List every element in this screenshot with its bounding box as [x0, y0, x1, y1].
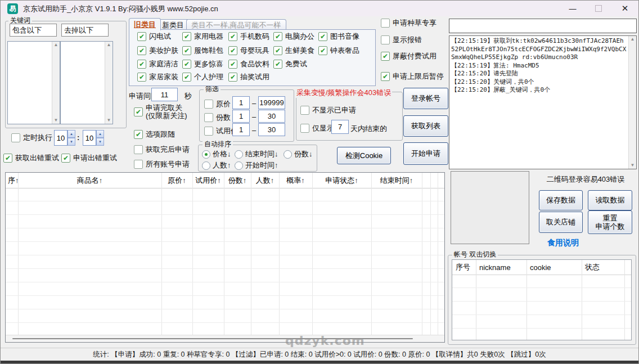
category-checkbox[interactable]: ✔钟表奢品: [318, 46, 359, 56]
column-header[interactable]: 序号: [456, 260, 476, 275]
minimize-button[interactable]: —: [560, 1, 585, 16]
category-checkbox[interactable]: ✔美妆护肤: [137, 46, 178, 56]
filter-trial-max-input[interactable]: [258, 123, 285, 136]
minute-input[interactable]: [83, 130, 96, 146]
filter-copies-min-input[interactable]: [232, 110, 250, 123]
exclude-keywords-list[interactable]: ▲▼: [60, 41, 113, 124]
category-checkbox[interactable]: ✔电脑办公: [273, 32, 314, 42]
column-header[interactable]: 份数↑: [224, 173, 251, 188]
column-header[interactable]: cookie: [530, 260, 582, 275]
apply-after-fetch-checkbox[interactable]: ✔获取完后申请: [134, 145, 190, 155]
category-checkbox[interactable]: ✔母婴玩具: [228, 46, 269, 56]
column-header[interactable]: 概率↑: [279, 173, 312, 188]
filter-trial-min-input[interactable]: [232, 123, 250, 136]
scroll-up-icon[interactable]: ▲: [631, 36, 635, 43]
close-button[interactable]: ✕: [613, 1, 637, 16]
filter-price-max-input[interactable]: [258, 96, 285, 109]
column-header[interactable]: 试用价↑: [192, 173, 224, 188]
top-right-input[interactable]: [449, 19, 637, 33]
hide-applied-checkbox[interactable]: ✔不显示已申请: [300, 105, 356, 115]
category-checkbox[interactable]: ✔个人护理: [182, 72, 223, 82]
all-accounts-checkbox[interactable]: ✔所有账号申请: [134, 159, 190, 169]
interval-input[interactable]: [151, 88, 178, 101]
sort-endtime-radio[interactable]: 结束时间↓: [235, 149, 278, 159]
option-follow-checkbox[interactable]: ✔选项跟随: [134, 129, 175, 140]
include-keywords-list[interactable]: ▲▼: [7, 41, 60, 124]
scroll-up-icon[interactable]: ▲: [54, 42, 58, 48]
scroll-down-icon[interactable]: ▼: [107, 117, 111, 124]
schedule-checkbox[interactable]: ✔ 定时执行: [11, 133, 52, 143]
apply-seeding-checkbox[interactable]: ✔申请种草专享: [381, 18, 436, 28]
category-checkbox[interactable]: ✔生鲜美食: [273, 46, 314, 56]
category-checkbox[interactable]: ✔服饰鞋包: [182, 46, 223, 56]
maximize-button[interactable]: [586, 1, 611, 16]
column-header[interactable]: 原价↑: [161, 173, 192, 188]
start-apply-button[interactable]: 开始申请: [403, 142, 448, 165]
column-header[interactable]: 人数↑: [251, 173, 279, 188]
block-paid-trials-checkbox[interactable]: ✔屏蔽付费试用: [381, 51, 436, 61]
column-header[interactable]: 结束时间↑: [371, 173, 422, 188]
scroll-down-icon[interactable]: ▼: [631, 162, 635, 169]
category-checkbox[interactable]: ✔食品饮料: [228, 59, 269, 69]
include-keywords-input[interactable]: [10, 24, 57, 37]
check-cookie-button[interactable]: 检测Cookie: [337, 147, 391, 164]
hour-spinner[interactable]: ▲▼: [54, 130, 75, 146]
days-input[interactable]: [331, 120, 349, 134]
sort-starttime-radio[interactable]: 开始时间↑: [235, 160, 278, 170]
list-scrollbar[interactable]: ▲▼: [105, 42, 112, 124]
category-checkbox[interactable]: ✔更多惊喜: [182, 59, 223, 69]
unfollow-shops-button[interactable]: 取关店铺: [539, 212, 583, 233]
retry-apply-checkbox[interactable]: ✔ 申请出错重试: [61, 153, 117, 163]
spinner-buttons[interactable]: ▲▼: [68, 130, 75, 146]
save-data-button[interactable]: 保存数据: [539, 190, 583, 210]
scroll-up-icon[interactable]: ▲: [107, 42, 111, 48]
filter-copies-checkbox[interactable]: ✔份数: [204, 113, 231, 123]
column-header[interactable]: 申请状态↑: [312, 173, 371, 188]
tab-new-categories[interactable]: 新类目: [157, 19, 189, 30]
category-checkbox[interactable]: ✔家庭清洁: [137, 59, 178, 69]
reset-apply-count-button[interactable]: 重置 申请个数: [588, 210, 632, 234]
exclude-keywords-input[interactable]: [61, 24, 109, 37]
fetch-list-button[interactable]: 获取列表: [403, 115, 448, 137]
category-checkbox[interactable]: ✔抽奖试用: [228, 72, 269, 82]
category-checkbox[interactable]: ✔闪电试: [137, 32, 171, 42]
category-checkbox[interactable]: ✔家居家装: [137, 72, 178, 82]
category-checkbox[interactable]: ✔图书音像: [318, 32, 359, 42]
bottom-edge: [1, 361, 638, 364]
show-ending-days-checkbox[interactable]: ✔仅显示: [300, 123, 334, 133]
filter-price-min-input[interactable]: [232, 96, 250, 109]
scroll-down-icon[interactable]: ▼: [54, 117, 58, 124]
filter-price-checkbox[interactable]: ✔原价: [204, 99, 231, 109]
checkbox-label: 生鲜美食: [285, 46, 314, 56]
column-header[interactable]: 状态: [585, 260, 623, 275]
horizontal-scrollbar[interactable]: [6, 335, 444, 342]
log-scrollbar[interactable]: ▲▼: [628, 36, 636, 169]
sort-people-radio[interactable]: 人数↑: [202, 160, 231, 170]
radio-icon: [235, 161, 243, 170]
login-account-button[interactable]: 登录帐号: [403, 88, 448, 109]
minute-spinner[interactable]: ▲▼: [83, 130, 104, 146]
read-data-button[interactable]: 读取数据: [588, 190, 632, 210]
usage-help-link[interactable]: 食用说明: [547, 238, 579, 248]
category-checkbox[interactable]: ✔免费试: [273, 59, 307, 69]
pause-at-limit-checkbox[interactable]: ✔申请上限后暂停: [381, 71, 444, 82]
checkbox-icon: ✔: [137, 60, 146, 69]
show-errors-checkbox[interactable]: ✔显示报错: [381, 35, 422, 45]
column-header[interactable]: 商品名↑: [18, 173, 161, 188]
checkbox-label: 服饰鞋包: [194, 46, 223, 56]
radio-label: 人数↑: [213, 160, 231, 170]
spinner-buttons[interactable]: ▲▼: [96, 130, 104, 146]
sort-copies-radio[interactable]: 份数↓: [284, 149, 313, 159]
sort-price-radio[interactable]: 价格↓: [202, 149, 231, 159]
log-panel[interactable]: 【22:15:19】获取到tk:tk02w64611b3c30nfTJAc28T…: [449, 35, 637, 169]
tab-old-categories[interactable]: 旧类目: [129, 18, 161, 30]
column-header[interactable]: nickname: [479, 260, 526, 275]
retry-fetch-checkbox[interactable]: ✔ 获取出错重试: [3, 153, 59, 163]
filter-copies-max-input[interactable]: [258, 110, 285, 123]
unfollow-after-apply-checkbox[interactable]: ✔ 申请完取关(仅限新关注): [134, 104, 187, 120]
list-scrollbar[interactable]: ▲▼: [52, 42, 60, 124]
hour-input[interactable]: [54, 130, 68, 146]
category-checkbox[interactable]: ✔手机数码: [228, 32, 269, 42]
category-checkbox[interactable]: ✔家用电器: [182, 32, 223, 42]
tab-note[interactable]: 类目不一样,商品可能不一样: [186, 19, 286, 30]
